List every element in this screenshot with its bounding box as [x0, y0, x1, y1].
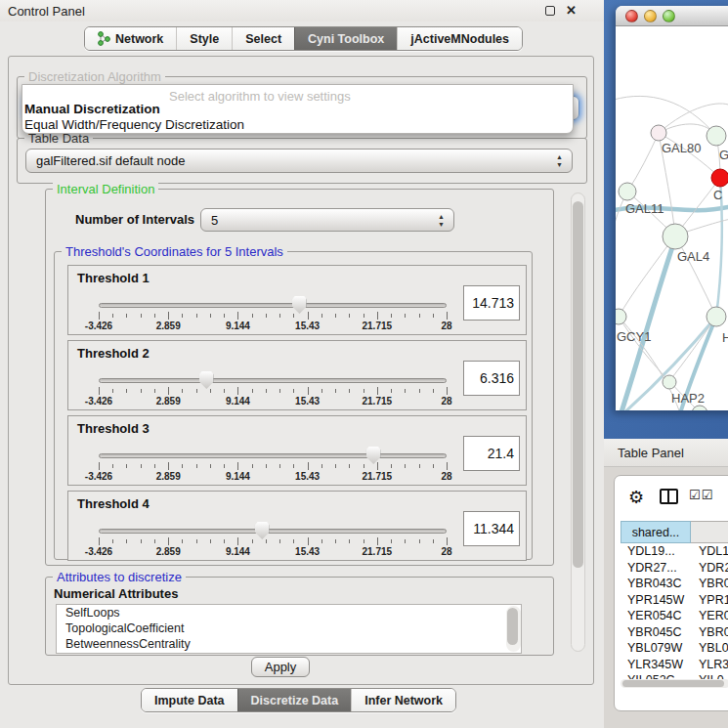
slider-ticks [99, 537, 447, 546]
gear-icon[interactable]: ⚙ [628, 487, 644, 508]
thresholds-coordinates-group-title: Threshold's Coordinates for 5 Intervals [62, 244, 287, 259]
slider-ticks [99, 462, 447, 471]
bottom-tab-bar: Impute Data Discretize Data Infer Networ… [141, 688, 456, 712]
table-row[interactable]: YIL052CYIL0 [621, 672, 728, 679]
zoom-traffic-light-icon[interactable] [663, 10, 675, 22]
slider-tick-label: -3.426 [85, 396, 112, 407]
attributes-list-scrollbar[interactable] [506, 606, 521, 652]
network-node[interactable] [619, 183, 636, 200]
slider-tick-label: 21.715 [363, 546, 393, 557]
tab-discretize-data[interactable]: Discretize Data [237, 689, 352, 711]
column-header-name[interactable]: na [691, 521, 728, 543]
tab-discretize-data-label: Discretize Data [251, 694, 339, 707]
combo-arrows-icon: ▲▼ [556, 153, 563, 169]
discretization-algorithm-group-title: Discretization Algorithm [24, 69, 165, 84]
network-canvas-svg[interactable]: GAL80GACGAL11GAL4GCY1HHAP2 [616, 27, 728, 410]
table-data-combo[interactable]: galFiltered.sif default node ▲▼ [25, 149, 573, 173]
table-horizontal-scrollbar[interactable] [621, 679, 728, 688]
table-row[interactable]: YLR345WYLR3 [621, 657, 728, 673]
slider-tick-label: 21.715 [363, 321, 393, 331]
table-row[interactable]: YDR27...YDR2 [621, 560, 728, 577]
slider-tick-label: 9.144 [226, 321, 250, 331]
node-table: shared... na YDL19...YDL1YDR27...YDR2YBR… [621, 521, 728, 679]
threshold-1-value-field[interactable]: 14.713 [463, 285, 520, 321]
tab-infer-network[interactable]: Infer Network [351, 689, 455, 711]
table-row[interactable]: YBL079WYBL0 [621, 640, 728, 657]
tab-jactivemnodules[interactable]: jActiveMNodules [397, 27, 522, 50]
slider-tick-label: 15.43 [295, 546, 320, 557]
tab-cyni-toolbox[interactable]: Cyni Toolbox [294, 27, 397, 50]
minimize-traffic-light-icon[interactable] [644, 10, 657, 22]
apply-button[interactable]: Apply [251, 657, 310, 677]
network-node[interactable] [616, 309, 626, 324]
network-node[interactable] [711, 169, 728, 187]
table-row[interactable]: YDL19...YDL1 [621, 543, 728, 560]
popup-item-manual-discretization[interactable]: Manual Discretization [24, 102, 160, 116]
table-row[interactable]: YER054CYER0 [621, 608, 728, 624]
attribute-list-item[interactable]: SelfLoops [57, 605, 521, 621]
screen: Control Panel ✕ Network S [0, 0, 728, 728]
slider-track[interactable] [99, 378, 447, 383]
spinner-arrows-icon: ▲▼ [438, 213, 445, 229]
slider-track[interactable] [99, 453, 447, 458]
network-node[interactable] [651, 125, 666, 141]
network-edge [627, 133, 659, 192]
network-canvas[interactable]: GAL80GACGAL11GAL4GCY1HHAP2 [616, 27, 728, 410]
network-node[interactable] [663, 375, 676, 389]
settings-vertical-scrollbar[interactable] [571, 193, 585, 652]
threshold-4-value-field[interactable]: 11.344 [463, 511, 520, 546]
tab-impute-data[interactable]: Impute Data [142, 689, 237, 711]
table-row[interactable]: YBR043CYBR0 [621, 576, 728, 592]
threshold-2-label: Threshold 2 [77, 346, 150, 361]
node-label: GA [719, 148, 728, 162]
network-window-titlebar[interactable] [616, 6, 728, 26]
attributes-to-discretize-group: Attributes to discretize Numerical Attri… [45, 577, 554, 656]
number-of-intervals-spinner[interactable]: 5 ▲▼ [200, 208, 454, 232]
node-label: GAL11 [625, 201, 664, 216]
tab-network[interactable]: Network [85, 27, 176, 50]
float-window-icon[interactable] [545, 6, 555, 16]
threshold-1-box: Threshold 1 -3.4262.8599.14415.4321.7152… [67, 265, 527, 335]
attributes-scrollbar-thumb[interactable] [507, 608, 518, 645]
threshold-2-box: Threshold 2 -3.4262.8599.14415.4321.7152… [67, 340, 527, 410]
close-traffic-light-icon[interactable] [625, 10, 638, 22]
table-row[interactable]: YPR145WYPR1 [621, 592, 728, 609]
popup-item-equal-width-frequency[interactable]: Equal Width/Frequency Discretization [24, 117, 244, 132]
select-all-checkboxes-icon[interactable]: ☑☑ [689, 488, 713, 502]
slider-ticks [99, 312, 447, 321]
desktop-background: GAL80GACGAL11GAL4GCY1HHAP2 [604, 0, 728, 439]
tab-infer-network-label: Infer Network [364, 694, 443, 707]
table-panel-header[interactable]: Table Panel [604, 439, 728, 467]
network-node[interactable] [663, 224, 688, 249]
network-edge [619, 236, 675, 317]
slider-tick-label: 2.859 [156, 546, 181, 557]
numerical-attributes-list[interactable]: SelfLoopsTopologicalCoefficientBetweenne… [56, 604, 522, 654]
slider-tick-label: 28 [441, 471, 451, 482]
column-header-shared-name[interactable]: shared... [621, 521, 691, 543]
threshold-1-slider[interactable]: -3.4262.8599.14415.4321.71528 [99, 301, 447, 334]
threshold-2-value-field[interactable]: 6.316 [463, 361, 520, 396]
attribute-list-item[interactable]: TopologicalCoefficient [57, 621, 521, 636]
table-row[interactable]: YBR045CYBR0 [621, 624, 728, 641]
settings-scrollbar-thumb[interactable] [573, 201, 583, 568]
table-toolbar: ⚙ ☑☑ [615, 476, 728, 519]
attribute-list-item[interactable]: BetweennessCentrality [57, 636, 521, 652]
network-node[interactable] [707, 307, 726, 326]
threshold-4-slider[interactable]: -3.4262.8599.14415.4321.71528 [99, 527, 447, 560]
threshold-2-slider[interactable]: -3.4262.8599.14415.4321.71528 [99, 376, 447, 409]
slider-track[interactable] [99, 529, 447, 534]
threshold-3-value-field[interactable]: 21.4 [463, 436, 520, 471]
threshold-3-label: Threshold 3 [77, 421, 150, 436]
columns-icon[interactable] [660, 489, 678, 504]
threshold-3-slider[interactable]: -3.4262.8599.14415.4321.71528 [99, 451, 447, 485]
control-panel-title: Control Panel [8, 4, 85, 19]
number-of-intervals-label: Number of Intervals [75, 212, 194, 227]
slider-track[interactable] [99, 303, 447, 308]
table-hscrollbar-thumb[interactable] [622, 680, 724, 687]
network-node[interactable] [707, 126, 726, 146]
numerical-attributes-label: Numerical Attributes [54, 586, 178, 601]
tab-select[interactable]: Select [232, 27, 294, 50]
close-icon[interactable]: ✕ [566, 3, 577, 18]
tab-impute-data-label: Impute Data [154, 694, 225, 707]
tab-style[interactable]: Style [176, 27, 232, 50]
